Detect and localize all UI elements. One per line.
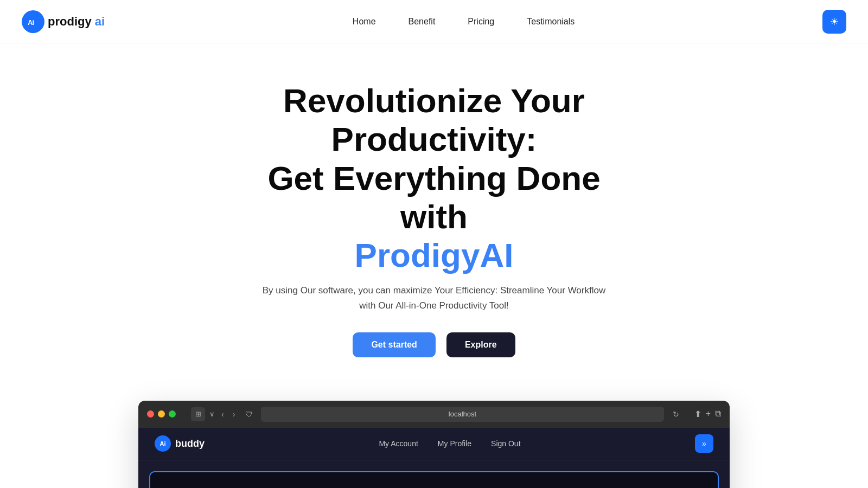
app-nav-links: My Account My Profile Sign Out: [379, 439, 520, 448]
browser-url: localhost: [449, 410, 476, 418]
hero-title: Revolutionize Your Productivity: Get Eve…: [231, 81, 637, 274]
theme-toggle-button[interactable]: ☀: [822, 10, 846, 34]
browser-actions: ⬆ + ⧉: [694, 409, 721, 419]
browser-back-button[interactable]: ‹: [219, 409, 226, 420]
browser-shield-icon: 🛡: [245, 410, 253, 419]
browser-mockup: ⊞ ∨ ‹ › 🛡 localhost ↻ ⬆ + ⧉ Ai buddy: [138, 401, 730, 488]
close-dot: [147, 410, 154, 418]
hero-section: Revolutionize Your Productivity: Get Eve…: [0, 43, 868, 384]
browser-tab-overview-icon[interactable]: ⧉: [715, 409, 721, 419]
get-started-button[interactable]: Get started: [353, 332, 435, 357]
browser-controls: ⊞ ∨ ‹ ›: [191, 407, 237, 421]
main-nav: Ai prodigy ai Home Benefit Pricing Testi…: [0, 0, 868, 43]
browser-reload-button[interactable]: ↻: [671, 409, 681, 420]
hero-subtitle: By using Our software, you can maximize …: [258, 283, 610, 312]
app-nav: Ai buddy My Account My Profile Sign Out …: [138, 428, 730, 460]
app-nav-my-profile[interactable]: My Profile: [438, 439, 471, 448]
browser-bar: ⊞ ∨ ‹ › 🛡 localhost ↻ ⬆ + ⧉: [138, 401, 730, 428]
logo-text: prodigy ai: [48, 15, 105, 29]
app-content: Hi, John Doe 100units Get Units Sign Out…: [138, 460, 730, 488]
browser-traffic-lights: [147, 410, 176, 418]
nav-pricing[interactable]: Pricing: [468, 17, 494, 26]
explore-button[interactable]: Explore: [446, 332, 515, 357]
minimize-dot: [158, 410, 165, 418]
browser-address-bar[interactable]: localhost: [261, 407, 663, 422]
nav-benefit[interactable]: Benefit: [409, 17, 436, 26]
nav-home[interactable]: Home: [353, 17, 376, 26]
app-chrome: Ai buddy My Account My Profile Sign Out …: [138, 428, 730, 488]
browser-share-icon[interactable]: ⬆: [694, 409, 701, 419]
hero-buttons: Get started Explore: [22, 332, 846, 357]
app-nav-sign-out[interactable]: Sign Out: [491, 439, 520, 448]
app-user-card: Hi, John Doe 100units Get Units Sign Out: [149, 471, 719, 488]
logo-icon: Ai: [22, 10, 44, 33]
hero-brand-name: ProdigyAI: [355, 236, 514, 274]
app-logo: Ai buddy: [155, 435, 205, 452]
app-theme-button[interactable]: »: [695, 434, 713, 453]
browser-forward-button[interactable]: ›: [231, 409, 238, 420]
browser-sidebar-toggle[interactable]: ⊞: [191, 407, 205, 421]
app-logo-icon: Ai: [155, 435, 171, 452]
app-logo-text: buddy: [175, 438, 205, 450]
nav-testimonials[interactable]: Testimonials: [527, 17, 575, 26]
app-nav-my-account[interactable]: My Account: [379, 439, 418, 448]
logo: Ai prodigy ai: [22, 10, 105, 33]
svg-text:Ai: Ai: [28, 18, 34, 27]
browser-new-tab-icon[interactable]: +: [706, 409, 711, 419]
nav-links: Home Benefit Pricing Testimonials: [353, 17, 575, 27]
maximize-dot: [169, 410, 176, 418]
